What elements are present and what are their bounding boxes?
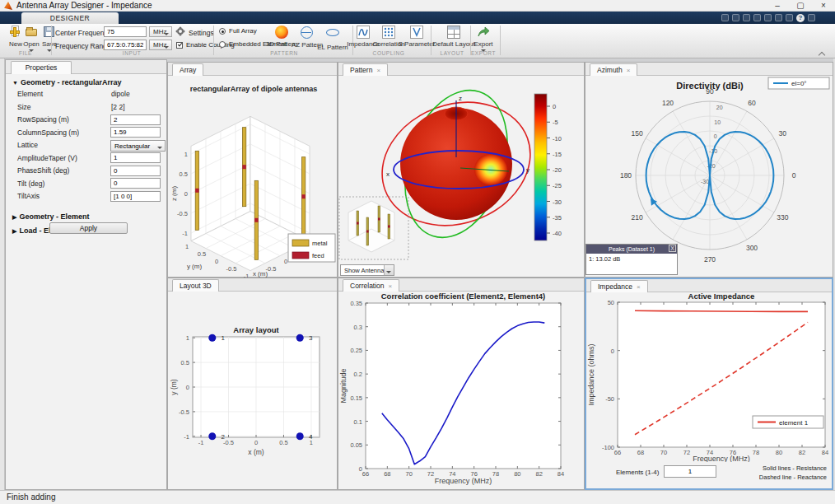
tab-properties[interactable]: Properties xyxy=(11,61,72,74)
close-icon[interactable]: X xyxy=(669,245,676,252)
pattern-plot: zyx0-5-10-15-20-25-30-35-40 Show Antenna xyxy=(338,76,584,278)
export-button[interactable]: Export xyxy=(468,26,499,52)
array-layout-chart: -1-0.500.5110.50-0.5-11234Array layoutx … xyxy=(168,292,337,490)
svg-text:120: 120 xyxy=(662,99,674,107)
tab-correlation[interactable]: Correlation× xyxy=(343,279,399,292)
svg-text:0: 0 xyxy=(553,103,556,110)
svg-text:0: 0 xyxy=(714,133,717,139)
tab-array[interactable]: Array xyxy=(172,63,203,76)
triangle-right-icon: ▶ xyxy=(12,228,16,234)
azimuth-plot: 030609012015018021024027030033020100-10-… xyxy=(585,76,833,278)
svg-text:3: 3 xyxy=(309,334,313,342)
lattice-select[interactable]: Rectangular xyxy=(110,140,166,152)
file-group-label: FILE xyxy=(0,50,58,56)
svg-text:0.05: 0.05 xyxy=(350,441,362,449)
svg-text:-30: -30 xyxy=(701,179,709,184)
redo-icon[interactable] xyxy=(775,14,782,21)
peaks-header[interactable]: Peaks (Dataset 1) X xyxy=(586,245,677,254)
svg-text:-20: -20 xyxy=(553,166,562,174)
maximize-button[interactable]: ▢ xyxy=(789,0,812,12)
property-row: Tilt (deg) xyxy=(6,178,166,191)
elements-input[interactable] xyxy=(664,465,716,478)
pattern-tabstrip: Pattern× xyxy=(338,63,584,76)
property-row: TiltAxis xyxy=(6,190,166,203)
close-tab-icon[interactable]: × xyxy=(627,67,631,74)
copy-icon[interactable] xyxy=(743,14,750,21)
array-tabstrip: Array xyxy=(168,63,337,76)
svg-text:4: 4 xyxy=(309,433,313,441)
svg-text:-15: -15 xyxy=(553,151,562,158)
svg-text:element 1: element 1 xyxy=(779,419,809,427)
svg-text:-0.5: -0.5 xyxy=(177,210,188,217)
svg-text:1: 1 xyxy=(186,334,189,342)
center-frequency-label: Center Frequency xyxy=(55,29,111,37)
svg-text:10: 10 xyxy=(714,119,721,125)
close-tab-icon[interactable]: × xyxy=(637,283,641,291)
center-frequency-input[interactable] xyxy=(104,26,147,37)
paste-icon[interactable] xyxy=(753,14,761,21)
svg-text:72: 72 xyxy=(683,449,690,456)
apply-button[interactable]: Apply xyxy=(49,222,128,234)
undo-icon[interactable] xyxy=(764,14,772,21)
collapse-ribbon-icon[interactable] xyxy=(819,52,825,56)
tab-layout-3d[interactable]: Layout 3D xyxy=(172,279,219,292)
tilt-field[interactable] xyxy=(110,178,161,189)
svg-text:0.35: 0.35 xyxy=(350,300,362,307)
svg-text:Correlation coefficient (Eleme: Correlation coefficient (Element2, Eleme… xyxy=(381,292,546,301)
cut-icon[interactable] xyxy=(732,14,739,21)
tiltaxis-field[interactable] xyxy=(110,191,161,202)
full-array-radio[interactable] xyxy=(219,28,226,35)
minimize-button[interactable]: – xyxy=(766,0,789,12)
tab-azimuth[interactable]: Azimuth× xyxy=(590,63,637,76)
svg-text:-25: -25 xyxy=(553,182,562,189)
columnspacing-field[interactable] xyxy=(110,127,161,138)
settings-gear-icon[interactable] xyxy=(175,26,186,37)
layout3d-tabstrip: Layout 3D xyxy=(168,278,337,292)
svg-text:0: 0 xyxy=(215,258,218,265)
svg-text:20: 20 xyxy=(716,105,723,110)
svg-text:84: 84 xyxy=(557,470,564,478)
correlation-tabstrip: Correlation× xyxy=(338,278,584,292)
svg-text:1: 1 xyxy=(184,151,188,158)
pattern-panel: Pattern× zyx0-5-10-15-20-25-30-35-40 Sho… xyxy=(338,62,585,278)
embedded-element-radio[interactable] xyxy=(219,41,226,48)
svg-text:0.5: 0.5 xyxy=(181,359,189,366)
azimuth-panel: Azimuth× 0306090120150180210240270300330… xyxy=(585,62,833,278)
tab-impedance[interactable]: Impedance× xyxy=(590,280,648,292)
close-button[interactable]: × xyxy=(812,0,835,12)
svg-text:-50: -50 xyxy=(605,395,614,403)
svg-text:rectangularArray of dipole ant: rectangularArray of dipole antennas xyxy=(190,85,318,93)
svg-text:-0.5: -0.5 xyxy=(226,265,237,273)
phaseshift-field[interactable] xyxy=(110,166,161,176)
print-icon[interactable] xyxy=(786,14,793,21)
enable-coupling-checkbox[interactable] xyxy=(176,42,183,49)
property-row: RowSpacing (m) xyxy=(6,114,166,127)
settings-button[interactable]: Settings xyxy=(189,29,214,37)
peaks-overlay[interactable]: Peaks (Dataset 1) X 1: 13.02 dB xyxy=(585,244,678,275)
svg-text:x (m): x (m) xyxy=(248,448,264,456)
svg-text:0.25: 0.25 xyxy=(350,347,362,354)
more-options-icon[interactable] xyxy=(808,14,815,21)
amplitudetaper-field[interactable] xyxy=(110,152,161,163)
section-geometry-element[interactable]: ▶Geometry - Element xyxy=(6,208,166,222)
frequency-range-unit-select[interactable]: MHz xyxy=(149,40,172,50)
tab-pattern[interactable]: Pattern× xyxy=(343,63,388,76)
close-tab-icon[interactable]: × xyxy=(389,282,393,290)
rowspacing-field[interactable] xyxy=(110,114,161,125)
azimuth-tabstrip: Azimuth× xyxy=(585,63,833,76)
help-icon[interactable]: ? xyxy=(796,14,805,22)
el-pattern-button[interactable]: EL Pattern xyxy=(316,26,349,51)
pattern-3d-chart: zyx0-5-10-15-20-25-30-35-40 xyxy=(338,76,584,278)
section-geometry-array[interactable]: ▼Geometry - rectangularArray xyxy=(6,74,166,88)
frequency-range-input[interactable] xyxy=(104,40,147,50)
svg-text:-1: -1 xyxy=(198,439,204,446)
svg-text:78: 78 xyxy=(753,449,759,456)
show-antenna-select[interactable]: Show Antenna xyxy=(340,264,394,276)
center-frequency-unit-select[interactable]: MHz xyxy=(149,26,172,37)
close-tab-icon[interactable]: × xyxy=(376,67,380,74)
save-icon[interactable] xyxy=(721,14,729,21)
tab-designer[interactable]: DESIGNER xyxy=(21,12,119,24)
layout-grid-icon xyxy=(447,26,460,39)
svg-text:0.5: 0.5 xyxy=(198,250,206,258)
svg-text:-10: -10 xyxy=(553,135,562,142)
